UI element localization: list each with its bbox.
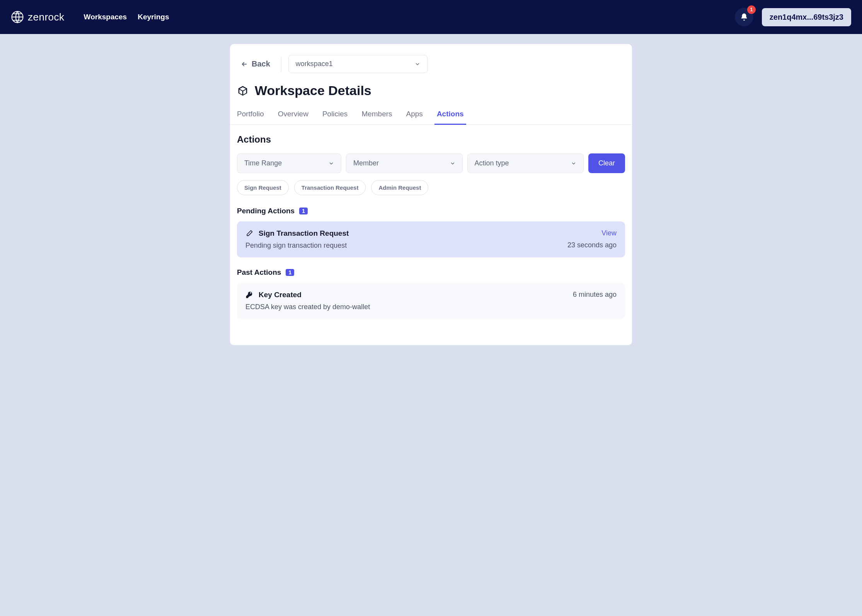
bell-icon [740, 13, 748, 21]
nav-workspaces[interactable]: Workspaces [84, 13, 127, 21]
nav-links: Workspaces Keyrings [84, 13, 169, 21]
pending-title: Pending Actions [237, 207, 295, 215]
back-button[interactable]: Back [237, 57, 274, 71]
content: Actions Time Range Member Action type Cl… [230, 125, 632, 319]
top-row: Back workspace1 [230, 55, 632, 73]
timestamp: 6 minutes ago [573, 291, 617, 299]
chip-sign-request[interactable]: Sign Request [237, 180, 289, 195]
address-button[interactable]: zen1q4mx...69ts3jz3 [762, 8, 851, 26]
workspace-selected-value: workspace1 [296, 60, 333, 68]
main-card: Back workspace1 Workspace Details Portfo… [230, 44, 632, 345]
chevron-down-icon [415, 61, 420, 67]
workspace-selector[interactable]: workspace1 [288, 55, 428, 73]
logo[interactable]: zenrock [11, 10, 65, 24]
tab-overview[interactable]: Overview [278, 106, 308, 124]
section-title: Actions [237, 134, 625, 145]
page-title: Workspace Details [255, 83, 371, 98]
card-right: View 23 seconds ago [567, 229, 617, 250]
chevron-down-icon [450, 161, 455, 166]
card-title-row: Sign Transaction Request [245, 229, 349, 238]
past-count-badge: 1 [286, 269, 294, 276]
brand-name: zenrock [28, 11, 65, 23]
past-action-card[interactable]: Key Created ECDSA key was created by dem… [237, 283, 625, 319]
tab-members[interactable]: Members [361, 106, 392, 124]
notifications-button[interactable]: 1 [735, 8, 753, 26]
past-title: Past Actions [237, 268, 281, 277]
filter-time-range-label: Time Range [244, 159, 282, 167]
timestamp: 23 seconds ago [567, 241, 617, 249]
back-label: Back [252, 60, 270, 68]
chip-row: Sign Request Transaction Request Admin R… [237, 180, 625, 195]
page-title-row: Workspace Details [230, 73, 632, 106]
pen-icon [245, 230, 253, 237]
filter-member-label: Member [353, 159, 379, 167]
divider [281, 56, 281, 72]
card-title-row: Key Created [245, 291, 370, 299]
nav-keyrings[interactable]: Keyrings [138, 13, 169, 21]
past-header: Past Actions 1 [237, 268, 625, 277]
card-title: Sign Transaction Request [259, 229, 349, 238]
chevron-down-icon [571, 161, 576, 166]
tab-portfolio[interactable]: Portfolio [237, 106, 264, 124]
logo-icon [11, 10, 24, 24]
tab-actions[interactable]: Actions [437, 106, 464, 124]
tab-policies[interactable]: Policies [322, 106, 348, 124]
arrow-left-icon [241, 61, 248, 68]
tab-apps[interactable]: Apps [406, 106, 423, 124]
card-desc: Pending sign transaction request [245, 242, 349, 250]
view-link[interactable]: View [601, 229, 617, 237]
navbar: zenrock Workspaces Keyrings 1 zen1q4mx..… [0, 0, 862, 34]
filter-member[interactable]: Member [346, 153, 463, 173]
cube-icon [237, 85, 249, 97]
chevron-down-icon [329, 161, 334, 166]
filter-time-range[interactable]: Time Range [237, 153, 341, 173]
pending-header: Pending Actions 1 [237, 207, 625, 215]
chip-admin-request[interactable]: Admin Request [371, 180, 428, 195]
card-right: 6 minutes ago [573, 291, 617, 311]
card-left: Key Created ECDSA key was created by dem… [245, 291, 370, 311]
tabs: Portfolio Overview Policies Members Apps… [230, 106, 632, 125]
filter-row: Time Range Member Action type Clear [237, 153, 625, 173]
notification-count-badge: 1 [747, 5, 756, 14]
pending-action-card[interactable]: Sign Transaction Request Pending sign tr… [237, 221, 625, 257]
card-left: Sign Transaction Request Pending sign tr… [245, 229, 349, 250]
card-title: Key Created [259, 291, 302, 299]
nav-right: 1 zen1q4mx...69ts3jz3 [735, 8, 851, 26]
filter-action-type-label: Action type [475, 159, 509, 167]
clear-button[interactable]: Clear [588, 153, 625, 173]
key-icon [245, 291, 253, 299]
pending-count-badge: 1 [299, 208, 308, 214]
card-desc: ECDSA key was created by demo-wallet [245, 303, 370, 311]
filter-action-type[interactable]: Action type [467, 153, 584, 173]
chip-transaction-request[interactable]: Transaction Request [294, 180, 366, 195]
